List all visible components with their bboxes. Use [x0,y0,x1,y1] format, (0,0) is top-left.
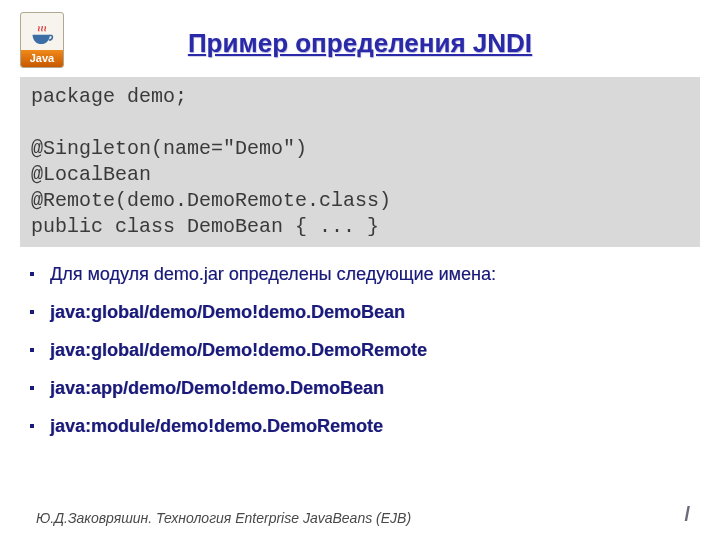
list-item: Для модуля demo.jar определены следующие… [36,263,700,285]
list-item: java:global/demo/Demo!demo.DemoBean [36,301,700,323]
code-line: @LocalBean [31,163,151,186]
slide-footer: Ю.Д.Заковряшин. Технология Enterprise Ja… [36,503,690,526]
code-line: package demo; [31,85,187,108]
list-item: java:app/demo/Demo!demo.DemoBean [36,377,700,399]
slide-title: Пример определения JNDI [0,0,720,59]
list-item: java:global/demo/Demo!demo.DemoRemote [36,339,700,361]
code-line: @Singleton(name="Demo") [31,137,307,160]
java-logo: Java [20,12,64,68]
code-line: public class DemoBean { ... } [31,215,379,238]
code-line: @Remote(demo.DemoRemote.class) [31,189,391,212]
coffee-cup-icon [29,26,55,48]
java-logo-label: Java [21,50,63,67]
footer-author: Ю.Д.Заковряшин. Технология Enterprise Ja… [36,510,411,526]
jndi-list: Для модуля demo.jar определены следующие… [36,263,700,437]
code-block: package demo; @Singleton(name="Demo") @L… [20,77,700,247]
list-item: java:module/demo!demo.DemoRemote [36,415,700,437]
footer-page-number: / [684,503,690,526]
